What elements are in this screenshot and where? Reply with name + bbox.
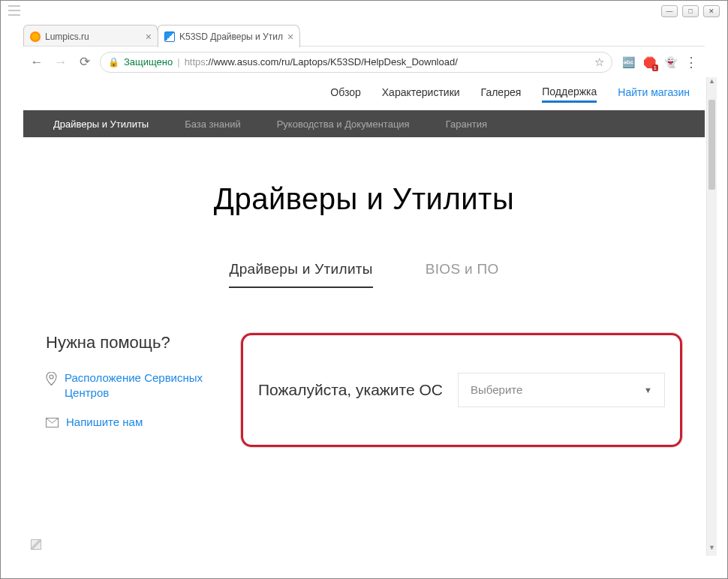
scroll-down-arrow[interactable]: ▼ <box>707 544 717 556</box>
help-title: Нужна помощь? <box>46 333 218 352</box>
nav-overview[interactable]: Обзор <box>330 86 360 101</box>
reload-button[interactable]: ⟳ <box>76 53 94 71</box>
close-tab-icon[interactable]: × <box>287 32 293 42</box>
subnav-warranty[interactable]: Гарантия <box>446 118 487 130</box>
scroll-thumb[interactable] <box>708 100 715 190</box>
os-select-label: Пожалуйста, укажите ОС <box>258 381 443 399</box>
location-pin-icon <box>46 372 57 390</box>
link-text: Расположение Сервисных Центров <box>65 370 218 400</box>
extension-icons: 🔤 🛑1 👻 ⋮ <box>618 54 700 70</box>
close-window-button[interactable]: ✕ <box>703 5 720 17</box>
page-title: Драйверы и Утилиты <box>23 182 705 216</box>
tab-drivers-utilities[interactable]: Драйверы и Утилиты <box>229 261 372 288</box>
link-service-centers[interactable]: Расположение Сервисных Центров <box>46 370 218 400</box>
favicon-icon <box>30 32 41 42</box>
envelope-icon <box>46 416 59 432</box>
chevron-down-icon: ▼ <box>644 386 652 394</box>
tab-strip: Lumpics.ru × K53SD Драйверы и Утил × <box>23 23 705 47</box>
link-text: Напишите нам <box>66 415 143 430</box>
close-tab-icon[interactable]: × <box>146 32 152 42</box>
site-top-nav: Обзор Характеристики Галерея Поддержка Н… <box>23 77 705 110</box>
vertical-scrollbar[interactable]: ▲ ▼ <box>706 77 717 556</box>
subnav-drivers[interactable]: Драйверы и Утилиты <box>53 118 149 130</box>
help-column: Нужна помощь? Расположение Сервисных Цен… <box>46 333 218 447</box>
support-sub-nav: Драйверы и Утилиты База знаний Руководст… <box>23 110 705 137</box>
page-viewport: Обзор Характеристики Галерея Поддержка Н… <box>23 77 705 556</box>
secure-label: Защищено <box>124 56 173 68</box>
forward-button: → <box>52 53 70 71</box>
back-button[interactable]: ← <box>28 53 46 71</box>
translate-icon[interactable]: 🔤 <box>621 56 635 69</box>
tab-lumpics[interactable]: Lumpics.ru × <box>23 25 158 47</box>
lock-icon: 🔒 <box>108 57 119 68</box>
window-menu-icon[interactable] <box>8 5 20 16</box>
os-selector-highlight: Пожалуйста, укажите ОС Выберите ▼ <box>241 333 682 447</box>
separator: | <box>177 56 179 68</box>
adblock-icon[interactable]: 🛑1 <box>642 56 656 69</box>
bookmark-star-icon[interactable]: ☆ <box>594 56 604 69</box>
ghostery-icon[interactable]: 👻 <box>663 56 677 69</box>
content-tabs: Драйверы и Утилиты BIOS и ПО <box>23 261 705 288</box>
os-select-dropdown[interactable]: Выберите ▼ <box>458 373 665 407</box>
nav-support[interactable]: Поддержка <box>542 86 597 103</box>
os-select-placeholder: Выберите <box>471 383 522 396</box>
window-controls: — □ ✕ <box>661 5 720 17</box>
nav-find-store[interactable]: Найти магазин <box>618 86 690 101</box>
maximize-button[interactable]: □ <box>682 5 699 17</box>
browser-window: — □ ✕ Lumpics.ru × K53SD Драйверы и Утил… <box>0 0 728 579</box>
subnav-kb[interactable]: База знаний <box>185 118 241 130</box>
scroll-up-arrow[interactable]: ▲ <box>707 77 717 89</box>
link-write-us[interactable]: Напишите нам <box>46 415 218 432</box>
nav-specs[interactable]: Характеристики <box>382 86 460 101</box>
nav-gallery[interactable]: Галерея <box>481 86 522 101</box>
bottom-section: Нужна помощь? Расположение Сервисных Цен… <box>23 333 705 447</box>
broken-image-icon <box>31 539 41 550</box>
tab-asus[interactable]: K53SD Драйверы и Утил × <box>158 25 300 47</box>
nav-bar: ← → ⟳ 🔒 Защищено | https://www.asus.com/… <box>23 46 705 77</box>
subnav-manuals[interactable]: Руководства и Документация <box>277 118 410 130</box>
tab-title: Lumpics.ru <box>45 32 89 42</box>
address-bar[interactable]: 🔒 Защищено | https://www.asus.com/ru/Lap… <box>100 52 612 73</box>
minimize-button[interactable]: — <box>661 5 678 17</box>
url-text: https://www.asus.com/ru/Laptops/K53SD/He… <box>185 56 458 68</box>
tab-bios[interactable]: BIOS и ПО <box>426 261 499 288</box>
favicon-icon <box>164 32 175 42</box>
browser-menu-icon[interactable]: ⋮ <box>684 54 697 70</box>
tab-title: K53SD Драйверы и Утил <box>179 32 283 42</box>
